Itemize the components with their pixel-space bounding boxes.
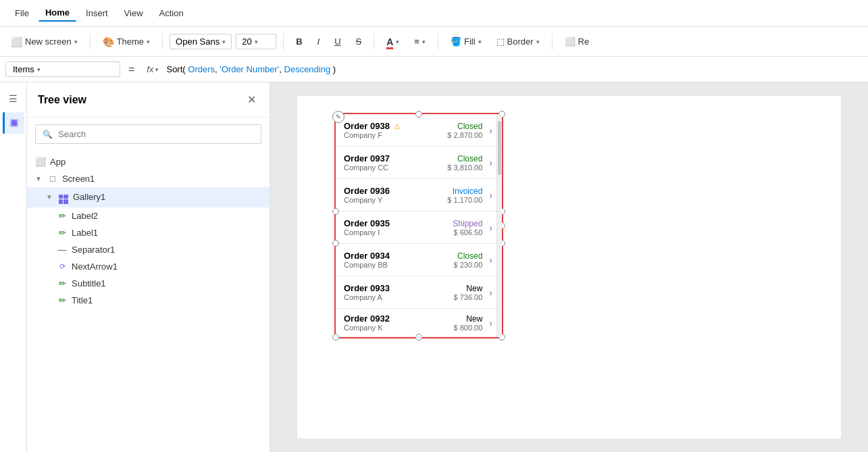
subtitle1-label: Subtitle1 xyxy=(72,278,261,288)
row1-subtitle: Company CC xyxy=(344,164,388,172)
nextarrow1-icon: ⟳ xyxy=(57,262,68,271)
row3-status: Shipped xyxy=(453,219,482,228)
font-color-chevron: ▾ xyxy=(396,39,399,45)
property-dropdown[interactable]: Items ▾ xyxy=(5,61,120,77)
canvas-surface[interactable]: ✎ Order 0938 ⚠ Clo xyxy=(297,96,841,438)
scrollbar-track[interactable] xyxy=(496,114,502,337)
menu-action[interactable]: Action xyxy=(153,5,190,21)
row3-arrow[interactable]: › xyxy=(488,221,494,234)
tree-item-label2[interactable]: ✏ Label2 xyxy=(27,207,270,224)
fill-button[interactable]: 🪣 Fill ▾ xyxy=(445,34,487,49)
font-size-dropdown[interactable]: 20 ▾ xyxy=(236,34,276,49)
tree-item-label1[interactable]: ✏ Label1 xyxy=(27,224,270,241)
menu-insert[interactable]: Insert xyxy=(79,5,115,21)
row0-title: Order 0938 xyxy=(344,121,390,131)
gallery-row-3[interactable]: Order 0935 Shipped Company I $ 606.50 › xyxy=(336,211,502,244)
title1-label: Title1 xyxy=(72,295,261,305)
separator1-icon: — xyxy=(57,245,68,255)
equals-sign: = xyxy=(124,64,138,76)
theme-icon: 🎨 xyxy=(103,36,114,47)
subtitle1-icon: ✏ xyxy=(57,278,68,288)
search-box[interactable]: 🔍 xyxy=(35,124,261,144)
underline-button[interactable]: U xyxy=(329,34,346,49)
divider-3 xyxy=(283,34,284,50)
tree-item-nextarrow1[interactable]: ⟳ NextArrow1 xyxy=(27,258,270,275)
tree-items: ⬜ App ▼ □ Screen1 ▼ Gallery1 ✏ Label2 xyxy=(27,151,270,452)
strikethrough-button[interactable]: S xyxy=(351,34,367,49)
menu-bar: File Home Insert View Action xyxy=(0,0,868,27)
tree-item-separator1[interactable]: — Separator1 xyxy=(27,241,270,258)
tree-close-button[interactable]: ✕ xyxy=(245,91,259,109)
font-dropdown[interactable]: Open Sans ▾ xyxy=(170,34,232,49)
row0-amount: $ 2,870.00 xyxy=(447,131,482,139)
tree-item-gallery1[interactable]: ▼ Gallery1 xyxy=(27,187,270,207)
row1-arrow[interactable]: › xyxy=(488,156,494,170)
screen1-label: Screen1 xyxy=(62,174,261,184)
screen1-icon: □ xyxy=(47,174,58,184)
tree-item-app[interactable]: ⬜ App xyxy=(27,153,270,170)
row0-warning: ⚠ xyxy=(394,122,401,130)
tree-item-screen1[interactable]: ▼ □ Screen1 xyxy=(27,170,270,187)
font-color-icon: A xyxy=(386,36,393,47)
label1-icon: ✏ xyxy=(57,228,68,238)
scrollbar-thumb[interactable] xyxy=(498,121,501,175)
new-screen-button[interactable]: ⬜ New screen ▾ xyxy=(5,34,83,50)
hamburger-icon[interactable]: ☰ xyxy=(3,88,24,109)
resize-button[interactable]: ⬜ Re xyxy=(559,34,595,49)
tree-item-subtitle1[interactable]: ✏ Subtitle1 xyxy=(27,275,270,292)
border-button[interactable]: ⬚ Border ▾ xyxy=(491,34,545,49)
gallery-row-1[interactable]: Order 0937 Closed Company CC $ 3,810.00 … xyxy=(336,147,502,179)
row4-amount: $ 230.00 xyxy=(454,261,483,269)
gallery-widget[interactable]: ✎ Order 0938 ⚠ Clo xyxy=(334,113,503,338)
canvas-area: ✎ Order 0938 ⚠ Clo xyxy=(270,82,868,452)
bold-button[interactable]: B xyxy=(290,34,307,49)
row4-arrow[interactable]: › xyxy=(488,253,494,267)
gallery-row-6[interactable]: Order 0932 New Company K $ 800.00 › xyxy=(336,309,502,337)
icon-bar: ☰ xyxy=(0,82,27,452)
tree-item-title1[interactable]: ✏ Title1 xyxy=(27,292,270,309)
formula-expression[interactable]: Sort( Orders, 'Order Number', Descending… xyxy=(166,64,863,74)
row4-status: Closed xyxy=(457,251,482,261)
row6-arrow[interactable]: › xyxy=(488,316,494,330)
gallery-row-content-1: Order 0937 Closed Company CC $ 3,810.00 xyxy=(344,153,482,172)
fx-button[interactable]: fx ▾ xyxy=(143,64,162,74)
fill-icon: 🪣 xyxy=(451,36,461,47)
separator1-label: Separator1 xyxy=(72,245,261,255)
search-input[interactable] xyxy=(58,129,254,139)
gallery-row-content-6: Order 0932 New Company K $ 800.00 xyxy=(344,313,482,332)
gallery-row-content-2: Order 0936 Invoiced Company Y $ 1,170.00 xyxy=(344,186,482,204)
row5-arrow[interactable]: › xyxy=(488,286,494,299)
row6-title: Order 0932 xyxy=(344,313,390,324)
row0-subtitle: Company F xyxy=(344,131,382,139)
resize-icon: ⬜ xyxy=(565,36,576,47)
row5-status: New xyxy=(466,284,482,293)
gallery-row-content-5: Order 0933 New Company A $ 736.00 xyxy=(344,283,482,301)
row3-handle-tl[interactable] xyxy=(332,208,339,215)
align-icon: ≡ xyxy=(414,36,419,47)
tree-search-container: 🔍 xyxy=(27,118,270,151)
row0-arrow[interactable]: › xyxy=(488,124,494,137)
menu-home[interactable]: Home xyxy=(39,5,76,22)
gallery-row-0[interactable]: Order 0938 ⚠ Closed Company F $ 2,870.00… xyxy=(336,114,502,147)
gallery-row-4[interactable]: Order 0934 Closed Company BB $ 230.00 › xyxy=(336,244,502,276)
theme-button[interactable]: 🎨 Theme ▾ xyxy=(97,34,155,50)
gallery-row-5[interactable]: Order 0933 New Company A $ 736.00 › xyxy=(336,276,502,309)
divider-1 xyxy=(90,34,91,50)
gallery-row-2[interactable]: Order 0936 Invoiced Company Y $ 1,170.00… xyxy=(336,179,502,211)
font-color-button[interactable]: A ▾ xyxy=(381,34,405,50)
row1-amount: $ 3,810.00 xyxy=(447,164,482,172)
toolbar: ⬜ New screen ▾ 🎨 Theme ▾ Open Sans ▾ 20 … xyxy=(0,27,868,57)
italic-button[interactable]: I xyxy=(312,34,326,49)
layers-icon[interactable] xyxy=(3,112,24,134)
row2-arrow[interactable]: › xyxy=(488,189,494,202)
menu-file[interactable]: File xyxy=(8,5,36,21)
row4-title: Order 0934 xyxy=(344,251,390,261)
svg-rect-1 xyxy=(11,120,17,126)
new-screen-chevron: ▾ xyxy=(74,39,78,45)
fill-label: Fill xyxy=(464,36,476,47)
row3-title: Order 0935 xyxy=(344,218,390,228)
bold-icon: B xyxy=(296,36,302,47)
align-button[interactable]: ≡ ▾ xyxy=(409,34,431,49)
menu-view[interactable]: View xyxy=(118,5,150,21)
row2-status: Invoiced xyxy=(453,186,483,196)
